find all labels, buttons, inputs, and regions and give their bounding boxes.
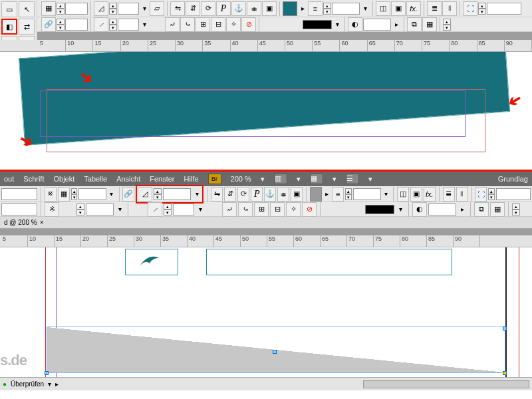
lower-canvas[interactable]: s.de ● Überprüfen ▾ ▸ xyxy=(0,247,532,390)
selection-handle[interactable] xyxy=(503,327,507,331)
align-icon[interactable]: ≣ xyxy=(443,187,455,201)
direct-select-tool-icon[interactable]: ↖ xyxy=(19,1,35,17)
dropdown-icon[interactable]: ▾ xyxy=(115,205,124,213)
shear-angle-icon[interactable]: ⟋ xyxy=(94,17,108,32)
fill-swatch[interactable] xyxy=(310,187,322,201)
dropdown-icon[interactable]: ▾ xyxy=(261,175,265,184)
crop-icon[interactable]: ⛶ xyxy=(475,187,487,201)
dim-field[interactable]: 4,233 mm xyxy=(487,3,521,15)
y-field[interactable]: 5,678 mm xyxy=(1,188,37,200)
dropdown-icon[interactable]: ▸ xyxy=(298,5,307,12)
icon[interactable]: ▦ xyxy=(422,17,437,32)
flip-h-icon[interactable]: ⇋ xyxy=(170,1,185,16)
spinner[interactable]: ▴▾ xyxy=(57,19,65,31)
pathfinder-icon[interactable]: ◫ xyxy=(376,1,390,16)
dropdown-icon[interactable]: ▸ xyxy=(55,380,59,388)
fill-stroke-icon[interactable]: ◧ xyxy=(1,19,17,35)
close-icon[interactable]: × xyxy=(40,219,44,226)
rotate-icon[interactable]: ◿ xyxy=(138,187,152,201)
flip-v-icon[interactable]: ⇵ xyxy=(186,1,200,16)
status-dropdown-icon[interactable]: ▾ xyxy=(48,380,51,388)
stroke-swatch[interactable] xyxy=(365,205,394,214)
icon[interactable]: ⧉ xyxy=(474,202,489,217)
horizontal-ruler[interactable]: 5 10 15 20 25 30 35 40 45 50 55 60 65 70… xyxy=(0,40,532,52)
spinner[interactable]: ▴▾ xyxy=(71,188,78,200)
selection-handle[interactable] xyxy=(503,371,507,375)
pt-field[interactable]: 0 Pt xyxy=(332,3,360,15)
spinner[interactable]: ▴▾ xyxy=(443,19,451,31)
workspace-label[interactable]: Grundlag xyxy=(498,175,528,183)
icon[interactable]: ⧉ xyxy=(407,17,422,32)
dropdown-icon[interactable]: ▾ xyxy=(396,205,405,213)
menu-ansicht[interactable]: Ansicht xyxy=(116,175,140,183)
dropdown-icon[interactable]: ▸ xyxy=(392,21,401,28)
no-fill-icon[interactable]: ⊘ xyxy=(302,202,317,217)
stroke-weight-icon[interactable]: ≡ xyxy=(308,1,323,16)
icon[interactable]: ⤾ xyxy=(222,202,237,217)
anchor-icon[interactable]: ⚓ xyxy=(264,187,276,201)
spinner[interactable]: ▴▾ xyxy=(109,19,117,31)
constrain-icon[interactable]: ※ xyxy=(45,202,59,217)
opacity-field[interactable]: 100 % xyxy=(428,203,456,215)
stroke-weight-icon[interactable]: ≡ xyxy=(332,187,344,201)
dropdown-icon[interactable]: ▸ xyxy=(458,205,467,213)
dim-field[interactable]: 4,233 mm xyxy=(496,188,531,200)
shear-field[interactable] xyxy=(173,203,194,215)
text-frame[interactable] xyxy=(206,249,452,275)
spinner[interactable]: ▴▾ xyxy=(109,3,117,15)
spinner[interactable]: ▴▾ xyxy=(345,188,352,200)
icon[interactable]: ⤿ xyxy=(180,17,195,32)
ref-point-icon[interactable]: ▦ xyxy=(58,187,70,201)
zoom-field[interactable]: 200 % xyxy=(231,175,251,183)
flip-v-icon[interactable]: ⇵ xyxy=(224,187,236,201)
menu-layout[interactable]: out xyxy=(4,175,14,183)
icon[interactable]: ✧ xyxy=(286,202,301,217)
horizontal-ruler-lower[interactable]: 5 10 15 20 25 30 35 40 45 50 55 60 65 70… xyxy=(0,235,532,247)
menu-objekt[interactable]: Objekt xyxy=(53,175,74,183)
h-field[interactable]: 5,417 mm xyxy=(1,203,37,215)
icon[interactable]: ⊟ xyxy=(270,202,285,217)
fill-swatch[interactable] xyxy=(283,1,297,16)
field[interactable] xyxy=(65,3,88,15)
icon[interactable]: ⊞ xyxy=(254,202,269,217)
dropdown-icon[interactable]: ▾ xyxy=(368,175,372,184)
dropdown-icon[interactable]: ▸ xyxy=(323,190,331,198)
workspace-icon[interactable]: ☰ xyxy=(346,174,359,184)
pt-field[interactable]: 0 Pt xyxy=(353,188,381,200)
dropdown-icon[interactable]: ▾ xyxy=(332,21,342,28)
link-icon[interactable]: 🔗 xyxy=(122,187,134,201)
field[interactable] xyxy=(65,19,88,31)
opacity-icon[interactable]: ◐ xyxy=(348,17,362,32)
spinner[interactable]: ▴▾ xyxy=(164,203,172,215)
shear-icon[interactable]: ▱ xyxy=(150,1,164,16)
spinner[interactable]: ▴▾ xyxy=(76,203,84,215)
shadow-icon[interactable]: ▣ xyxy=(410,187,422,201)
preflight-status-icon[interactable]: ● xyxy=(3,380,7,388)
distribute-icon[interactable]: ⫴ xyxy=(442,1,457,16)
icon[interactable]: ✧ xyxy=(226,17,241,32)
dropdown-icon[interactable]: ▾ xyxy=(360,5,370,12)
char-style-icon[interactable]: P xyxy=(216,1,231,16)
scale-x-field[interactable]: 100 % xyxy=(78,188,106,200)
wrap-icon[interactable]: ▣ xyxy=(262,1,277,16)
opacity-field[interactable]: 100 % xyxy=(363,19,391,31)
document-tab[interactable]: d @ 200 % × xyxy=(0,217,532,229)
group-icon[interactable]: ⩩ xyxy=(247,1,261,16)
rotation-field[interactable] xyxy=(118,3,139,15)
bridge-icon[interactable]: Br xyxy=(208,174,221,184)
swap-icon[interactable]: ⇄ xyxy=(19,19,35,35)
spinner[interactable]: ▴▾ xyxy=(478,3,486,15)
screen-mode-icon[interactable]: ▥ xyxy=(274,174,287,184)
rotate-icon[interactable]: ◿ xyxy=(94,1,108,16)
flip-h-icon[interactable]: ⇋ xyxy=(211,187,223,201)
menu-tabelle[interactable]: Tabelle xyxy=(84,175,107,183)
ref-point-icon[interactable]: ▦ xyxy=(41,1,56,16)
selection-handle[interactable] xyxy=(273,350,277,354)
crop-icon[interactable]: ⛶ xyxy=(463,1,477,16)
icon[interactable]: ⤾ xyxy=(165,17,180,32)
stroke-swatch[interactable] xyxy=(303,20,332,29)
icon[interactable]: ⊟ xyxy=(211,17,225,32)
anchor-icon[interactable]: ⚓ xyxy=(231,1,246,16)
spinner[interactable]: ▴▾ xyxy=(154,188,162,200)
menu-hilfe[interactable]: Hilfe xyxy=(184,175,199,183)
